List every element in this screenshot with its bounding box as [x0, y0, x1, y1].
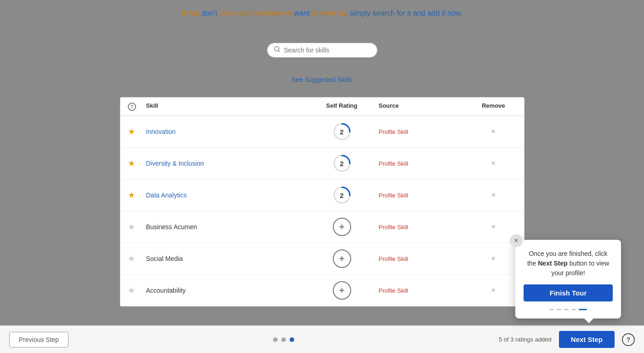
see-suggested-link[interactable]: See Suggested Skills — [291, 76, 352, 83]
dot-1 — [273, 337, 278, 342]
star-icon[interactable]: ★ — [128, 158, 146, 168]
header-skill: Skill — [146, 102, 305, 111]
tooltip-dot-2 — [557, 309, 561, 310]
star-icon[interactable]: ★ — [128, 222, 146, 232]
dot-3 — [290, 337, 294, 342]
bottom-bar: Previous Step 5 of 3 ratings added Next … — [0, 325, 644, 353]
rating-cell[interactable]: + — [305, 249, 379, 268]
finish-tour-button[interactable]: Finish Tour — [524, 284, 613, 301]
svg-point-0 — [274, 46, 279, 51]
help-icon-header[interactable]: ? — [128, 103, 136, 111]
search-input[interactable] — [284, 46, 370, 54]
skill-name: Accountability — [146, 287, 305, 294]
rating-cell[interactable]: + — [305, 281, 379, 300]
rating-cell[interactable]: 2 — [305, 186, 379, 204]
skill-name: Social Media — [146, 255, 305, 262]
tooltip-dot-3 — [564, 309, 569, 310]
skill-name[interactable]: Diversity & Inclusion — [146, 160, 305, 167]
rating-cell[interactable]: 2 — [305, 154, 379, 173]
remove-button[interactable]: × — [471, 255, 517, 263]
source-text: Profile Skill — [379, 224, 471, 231]
header-self-rating: Self Rating — [305, 102, 379, 111]
table-row: ★ Social Media + Profile Skill × — [120, 243, 524, 275]
source-text: Profile Skill — [379, 128, 471, 135]
header-remove: Remove — [471, 102, 517, 111]
remove-button[interactable]: × — [471, 127, 517, 136]
tooltip-dot-5 — [579, 309, 587, 310]
remove-button[interactable]: × — [471, 159, 517, 168]
tooltip-popup: × Once you are finished, click the Next … — [515, 240, 621, 318]
rating-cell[interactable]: + — [305, 218, 379, 236]
tooltip-progress-dots — [524, 309, 613, 310]
source-text: Profile Skill — [379, 255, 471, 262]
tooltip-bold: Next Step — [538, 260, 568, 267]
dot-2 — [281, 337, 286, 342]
tooltip-close-button[interactable]: × — [510, 234, 523, 247]
table-row: ★ Diversity & Inclusion 2 Profile Skill … — [120, 148, 524, 179]
table-header: ? Skill Self Rating Source Remove — [120, 98, 524, 116]
remove-button[interactable]: × — [471, 191, 517, 199]
ratings-count: 5 of 3 ratings added — [499, 336, 552, 343]
header-source: Source — [379, 102, 471, 111]
rating-cell[interactable]: 2 — [305, 122, 379, 141]
star-icon[interactable]: ★ — [128, 190, 146, 200]
remove-button[interactable]: × — [471, 223, 517, 231]
source-text: Profile Skill — [379, 192, 471, 199]
skill-name: Business Acumen — [146, 223, 305, 231]
skill-name[interactable]: Innovation — [146, 128, 305, 135]
table-row: ★ Innovation 2 Profile Skill × — [120, 116, 524, 148]
tooltip-dot-1 — [549, 309, 554, 310]
right-controls: 5 of 3 ratings added Next Step ? — [499, 331, 635, 348]
table-row: ★ Accountability + Profile Skill × — [120, 275, 524, 306]
search-box — [267, 43, 377, 58]
table-row: ★ Data Analytics 2 Profile Skill × — [120, 179, 524, 211]
star-icon[interactable]: ★ — [128, 285, 146, 295]
previous-step-button[interactable]: Previous Step — [9, 332, 68, 347]
star-icon[interactable]: ★ — [128, 127, 146, 137]
source-text: Profile Skill — [379, 160, 471, 167]
remove-button[interactable]: × — [471, 286, 517, 295]
source-text: Profile Skill — [379, 287, 471, 294]
tooltip-dot-4 — [571, 309, 576, 310]
next-step-button[interactable]: Next Step — [559, 331, 615, 348]
star-icon[interactable]: ★ — [128, 254, 146, 264]
svg-line-1 — [279, 51, 280, 52]
tooltip-text: Once you are finished, click the Next St… — [524, 249, 613, 278]
table-row: ★ Business Acumen + Profile Skill × — [120, 211, 524, 243]
help-icon[interactable]: ? — [622, 333, 635, 346]
skills-table: ? Skill Self Rating Source Remove ★ Inno… — [120, 97, 524, 307]
search-container — [267, 43, 377, 58]
progress-dots — [273, 337, 294, 342]
top-message: If you don't see a skill you have or wan… — [182, 9, 462, 17]
skill-name[interactable]: Data Analytics — [146, 191, 305, 199]
search-icon — [274, 46, 280, 54]
